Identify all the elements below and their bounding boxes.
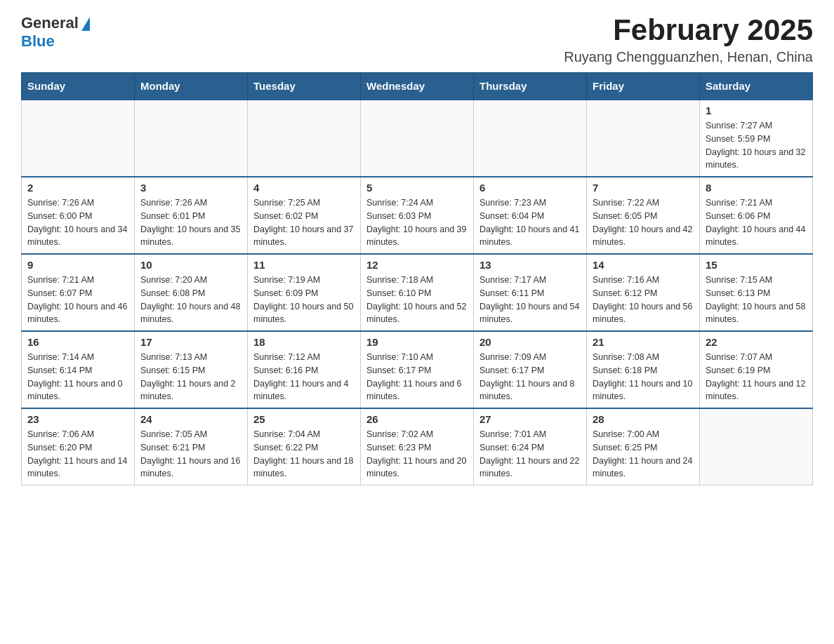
weekday-header-saturday: Saturday [700, 73, 813, 100]
location-subtitle: Ruyang Chengguanzhen, Henan, China [564, 49, 813, 65]
calendar-cell: 7Sunrise: 7:22 AMSunset: 6:05 PMDaylight… [587, 177, 700, 254]
day-info: Sunrise: 7:20 AMSunset: 6:08 PMDaylight:… [140, 274, 241, 326]
weekday-header-monday: Monday [135, 73, 248, 100]
calendar-week-row: 9Sunrise: 7:21 AMSunset: 6:07 PMDaylight… [22, 254, 813, 331]
weekday-header-wednesday: Wednesday [361, 73, 474, 100]
day-number: 7 [593, 182, 694, 194]
calendar-body: 1Sunrise: 7:27 AMSunset: 5:59 PMDaylight… [22, 100, 813, 485]
day-number: 4 [253, 182, 355, 194]
calendar-cell: 8Sunrise: 7:21 AMSunset: 6:06 PMDaylight… [700, 177, 813, 254]
calendar-cell: 26Sunrise: 7:02 AMSunset: 6:23 PMDayligh… [361, 408, 474, 485]
calendar-week-row: 23Sunrise: 7:06 AMSunset: 6:20 PMDayligh… [22, 408, 813, 485]
calendar-cell: 24Sunrise: 7:05 AMSunset: 6:21 PMDayligh… [135, 408, 248, 485]
calendar-cell: 22Sunrise: 7:07 AMSunset: 6:19 PMDayligh… [700, 331, 813, 408]
day-info: Sunrise: 7:18 AMSunset: 6:10 PMDaylight:… [366, 274, 468, 326]
weekday-header-tuesday: Tuesday [248, 73, 361, 100]
day-info: Sunrise: 7:26 AMSunset: 6:00 PMDaylight:… [27, 196, 128, 249]
calendar-week-row: 2Sunrise: 7:26 AMSunset: 6:00 PMDaylight… [22, 177, 813, 254]
day-number: 21 [593, 336, 694, 348]
day-number: 10 [140, 259, 241, 271]
day-number: 6 [479, 182, 581, 194]
day-info: Sunrise: 7:09 AMSunset: 6:17 PMDaylight:… [479, 351, 581, 403]
calendar-cell: 1Sunrise: 7:27 AMSunset: 5:59 PMDaylight… [700, 100, 813, 177]
day-info: Sunrise: 7:06 AMSunset: 6:20 PMDaylight:… [27, 428, 128, 481]
calendar-cell [587, 100, 700, 177]
day-info: Sunrise: 7:16 AMSunset: 6:12 PMDaylight:… [593, 274, 694, 326]
day-info: Sunrise: 7:00 AMSunset: 6:25 PMDaylight:… [593, 428, 694, 481]
day-number: 27 [479, 413, 581, 425]
day-number: 11 [253, 259, 355, 271]
calendar-cell: 13Sunrise: 7:17 AMSunset: 6:11 PMDayligh… [474, 254, 587, 331]
day-number: 23 [27, 413, 128, 425]
calendar-cell: 23Sunrise: 7:06 AMSunset: 6:20 PMDayligh… [22, 408, 135, 485]
day-number: 1 [706, 105, 807, 116]
day-number: 5 [366, 182, 468, 194]
calendar-cell: 5Sunrise: 7:24 AMSunset: 6:03 PMDaylight… [361, 177, 474, 254]
weekday-header-thursday: Thursday [474, 73, 587, 100]
day-info: Sunrise: 7:19 AMSunset: 6:09 PMDaylight:… [253, 274, 355, 326]
page-header: General Blue February 2025 Ruyang Chengg… [21, 14, 813, 65]
day-info: Sunrise: 7:07 AMSunset: 6:19 PMDaylight:… [706, 351, 807, 403]
title-block: February 2025 Ruyang Chengguanzhen, Hena… [564, 14, 813, 65]
day-info: Sunrise: 7:22 AMSunset: 6:05 PMDaylight:… [593, 196, 694, 249]
day-info: Sunrise: 7:02 AMSunset: 6:23 PMDaylight:… [366, 428, 468, 481]
weekday-header-friday: Friday [587, 73, 700, 100]
calendar-week-row: 16Sunrise: 7:14 AMSunset: 6:14 PMDayligh… [22, 331, 813, 408]
day-number: 20 [479, 336, 581, 348]
calendar-cell: 11Sunrise: 7:19 AMSunset: 6:09 PMDayligh… [248, 254, 361, 331]
logo-general-text: General [21, 14, 79, 32]
month-title: February 2025 [564, 14, 813, 46]
day-info: Sunrise: 7:21 AMSunset: 6:07 PMDaylight:… [27, 274, 128, 326]
day-number: 9 [27, 259, 128, 271]
day-info: Sunrise: 7:10 AMSunset: 6:17 PMDaylight:… [366, 351, 468, 403]
calendar-cell: 18Sunrise: 7:12 AMSunset: 6:16 PMDayligh… [248, 331, 361, 408]
day-number: 24 [140, 413, 241, 425]
day-info: Sunrise: 7:26 AMSunset: 6:01 PMDaylight:… [140, 196, 241, 249]
calendar-cell: 2Sunrise: 7:26 AMSunset: 6:00 PMDaylight… [22, 177, 135, 254]
weekday-header-row: SundayMondayTuesdayWednesdayThursdayFrid… [22, 73, 813, 100]
day-info: Sunrise: 7:24 AMSunset: 6:03 PMDaylight:… [366, 196, 468, 249]
day-info: Sunrise: 7:25 AMSunset: 6:02 PMDaylight:… [253, 196, 355, 249]
day-info: Sunrise: 7:14 AMSunset: 6:14 PMDaylight:… [27, 351, 128, 403]
day-number: 28 [593, 413, 694, 425]
day-info: Sunrise: 7:08 AMSunset: 6:18 PMDaylight:… [593, 351, 694, 403]
calendar-cell: 17Sunrise: 7:13 AMSunset: 6:15 PMDayligh… [135, 331, 248, 408]
day-number: 18 [253, 336, 355, 348]
day-number: 14 [593, 259, 694, 271]
day-info: Sunrise: 7:04 AMSunset: 6:22 PMDaylight:… [253, 428, 355, 481]
day-info: Sunrise: 7:05 AMSunset: 6:21 PMDaylight:… [140, 428, 241, 481]
day-number: 15 [706, 259, 807, 271]
day-info: Sunrise: 7:15 AMSunset: 6:13 PMDaylight:… [706, 274, 807, 326]
calendar-cell [700, 408, 813, 485]
calendar-cell: 19Sunrise: 7:10 AMSunset: 6:17 PMDayligh… [361, 331, 474, 408]
calendar-week-row: 1Sunrise: 7:27 AMSunset: 5:59 PMDaylight… [22, 100, 813, 177]
day-number: 26 [366, 413, 468, 425]
calendar-cell [22, 100, 135, 177]
calendar-cell: 25Sunrise: 7:04 AMSunset: 6:22 PMDayligh… [248, 408, 361, 485]
day-number: 12 [366, 259, 468, 271]
day-number: 17 [140, 336, 241, 348]
calendar-cell: 10Sunrise: 7:20 AMSunset: 6:08 PMDayligh… [135, 254, 248, 331]
day-number: 16 [27, 336, 128, 348]
logo: General Blue [21, 14, 90, 51]
calendar-cell [474, 100, 587, 177]
calendar-cell: 3Sunrise: 7:26 AMSunset: 6:01 PMDaylight… [135, 177, 248, 254]
day-info: Sunrise: 7:21 AMSunset: 6:06 PMDaylight:… [706, 196, 807, 249]
calendar-cell: 27Sunrise: 7:01 AMSunset: 6:24 PMDayligh… [474, 408, 587, 485]
logo-triangle-icon [81, 17, 90, 31]
calendar-table: SundayMondayTuesdayWednesdayThursdayFrid… [21, 72, 813, 485]
calendar-cell: 16Sunrise: 7:14 AMSunset: 6:14 PMDayligh… [22, 331, 135, 408]
calendar-cell: 9Sunrise: 7:21 AMSunset: 6:07 PMDaylight… [22, 254, 135, 331]
calendar-cell: 6Sunrise: 7:23 AMSunset: 6:04 PMDaylight… [474, 177, 587, 254]
day-info: Sunrise: 7:01 AMSunset: 6:24 PMDaylight:… [479, 428, 581, 481]
day-number: 25 [253, 413, 355, 425]
calendar-cell: 4Sunrise: 7:25 AMSunset: 6:02 PMDaylight… [248, 177, 361, 254]
day-info: Sunrise: 7:17 AMSunset: 6:11 PMDaylight:… [479, 274, 581, 326]
calendar-cell: 21Sunrise: 7:08 AMSunset: 6:18 PMDayligh… [587, 331, 700, 408]
calendar-cell: 12Sunrise: 7:18 AMSunset: 6:10 PMDayligh… [361, 254, 474, 331]
logo-blue-text: Blue [21, 32, 55, 51]
day-number: 2 [27, 182, 128, 194]
day-info: Sunrise: 7:12 AMSunset: 6:16 PMDaylight:… [253, 351, 355, 403]
weekday-header-sunday: Sunday [22, 73, 135, 100]
day-number: 22 [706, 336, 807, 348]
